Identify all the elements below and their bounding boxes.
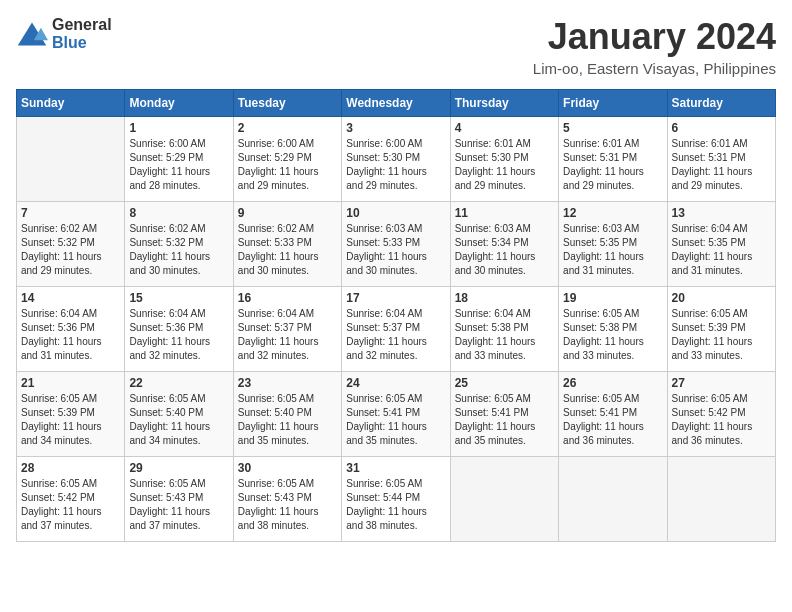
calendar-week-4: 21Sunrise: 6:05 AMSunset: 5:39 PMDayligh… [17,372,776,457]
calendar-cell: 22Sunrise: 6:05 AMSunset: 5:40 PMDayligh… [125,372,233,457]
calendar-header-thursday: Thursday [450,90,558,117]
day-number: 19 [563,291,662,305]
day-number: 6 [672,121,771,135]
day-number: 23 [238,376,337,390]
calendar-cell: 25Sunrise: 6:05 AMSunset: 5:41 PMDayligh… [450,372,558,457]
day-info: Sunrise: 6:01 AMSunset: 5:31 PMDaylight:… [563,137,662,193]
day-number: 30 [238,461,337,475]
calendar-week-3: 14Sunrise: 6:04 AMSunset: 5:36 PMDayligh… [17,287,776,372]
day-number: 22 [129,376,228,390]
day-info: Sunrise: 6:00 AMSunset: 5:30 PMDaylight:… [346,137,445,193]
calendar-cell: 10Sunrise: 6:03 AMSunset: 5:33 PMDayligh… [342,202,450,287]
calendar-week-1: 1Sunrise: 6:00 AMSunset: 5:29 PMDaylight… [17,117,776,202]
calendar-cell: 28Sunrise: 6:05 AMSunset: 5:42 PMDayligh… [17,457,125,542]
day-number: 12 [563,206,662,220]
calendar-cell: 8Sunrise: 6:02 AMSunset: 5:32 PMDaylight… [125,202,233,287]
day-number: 16 [238,291,337,305]
day-info: Sunrise: 6:04 AMSunset: 5:37 PMDaylight:… [238,307,337,363]
calendar-cell: 17Sunrise: 6:04 AMSunset: 5:37 PMDayligh… [342,287,450,372]
day-info: Sunrise: 6:05 AMSunset: 5:41 PMDaylight:… [455,392,554,448]
day-info: Sunrise: 6:05 AMSunset: 5:41 PMDaylight:… [346,392,445,448]
day-number: 5 [563,121,662,135]
calendar-cell: 5Sunrise: 6:01 AMSunset: 5:31 PMDaylight… [559,117,667,202]
calendar-cell [559,457,667,542]
calendar-cell: 4Sunrise: 6:01 AMSunset: 5:30 PMDaylight… [450,117,558,202]
day-info: Sunrise: 6:05 AMSunset: 5:40 PMDaylight:… [238,392,337,448]
day-info: Sunrise: 6:02 AMSunset: 5:32 PMDaylight:… [21,222,120,278]
calendar-week-5: 28Sunrise: 6:05 AMSunset: 5:42 PMDayligh… [17,457,776,542]
day-info: Sunrise: 6:04 AMSunset: 5:36 PMDaylight:… [129,307,228,363]
calendar-cell: 26Sunrise: 6:05 AMSunset: 5:41 PMDayligh… [559,372,667,457]
calendar-cell: 6Sunrise: 6:01 AMSunset: 5:31 PMDaylight… [667,117,775,202]
day-number: 3 [346,121,445,135]
calendar-cell: 15Sunrise: 6:04 AMSunset: 5:36 PMDayligh… [125,287,233,372]
day-info: Sunrise: 6:05 AMSunset: 5:43 PMDaylight:… [238,477,337,533]
day-number: 7 [21,206,120,220]
calendar-cell: 3Sunrise: 6:00 AMSunset: 5:30 PMDaylight… [342,117,450,202]
calendar-cell: 31Sunrise: 6:05 AMSunset: 5:44 PMDayligh… [342,457,450,542]
day-info: Sunrise: 6:03 AMSunset: 5:34 PMDaylight:… [455,222,554,278]
day-info: Sunrise: 6:00 AMSunset: 5:29 PMDaylight:… [238,137,337,193]
logo-icon [16,20,48,48]
calendar-cell: 21Sunrise: 6:05 AMSunset: 5:39 PMDayligh… [17,372,125,457]
calendar-header-wednesday: Wednesday [342,90,450,117]
day-number: 31 [346,461,445,475]
day-number: 17 [346,291,445,305]
day-info: Sunrise: 6:04 AMSunset: 5:37 PMDaylight:… [346,307,445,363]
calendar-cell: 11Sunrise: 6:03 AMSunset: 5:34 PMDayligh… [450,202,558,287]
day-number: 4 [455,121,554,135]
calendar-cell: 9Sunrise: 6:02 AMSunset: 5:33 PMDaylight… [233,202,341,287]
calendar-cell: 2Sunrise: 6:00 AMSunset: 5:29 PMDaylight… [233,117,341,202]
logo-blue: Blue [52,34,87,51]
day-number: 29 [129,461,228,475]
calendar-cell: 24Sunrise: 6:05 AMSunset: 5:41 PMDayligh… [342,372,450,457]
day-info: Sunrise: 6:04 AMSunset: 5:36 PMDaylight:… [21,307,120,363]
calendar-header-saturday: Saturday [667,90,775,117]
calendar-header-friday: Friday [559,90,667,117]
day-info: Sunrise: 6:04 AMSunset: 5:35 PMDaylight:… [672,222,771,278]
calendar-cell: 27Sunrise: 6:05 AMSunset: 5:42 PMDayligh… [667,372,775,457]
day-number: 27 [672,376,771,390]
day-info: Sunrise: 6:03 AMSunset: 5:33 PMDaylight:… [346,222,445,278]
day-number: 25 [455,376,554,390]
location: Lim-oo, Eastern Visayas, Philippines [533,60,776,77]
day-number: 9 [238,206,337,220]
calendar-cell: 13Sunrise: 6:04 AMSunset: 5:35 PMDayligh… [667,202,775,287]
day-number: 28 [21,461,120,475]
day-number: 18 [455,291,554,305]
calendar-table: SundayMondayTuesdayWednesdayThursdayFrid… [16,89,776,542]
logo: General Blue [16,16,112,52]
day-number: 24 [346,376,445,390]
logo-general: General [52,16,112,33]
day-info: Sunrise: 6:05 AMSunset: 5:43 PMDaylight:… [129,477,228,533]
day-number: 1 [129,121,228,135]
page-header: General Blue January 2024 Lim-oo, Easter… [16,16,776,77]
day-number: 15 [129,291,228,305]
day-number: 21 [21,376,120,390]
calendar-cell: 20Sunrise: 6:05 AMSunset: 5:39 PMDayligh… [667,287,775,372]
day-info: Sunrise: 6:02 AMSunset: 5:33 PMDaylight:… [238,222,337,278]
calendar-week-2: 7Sunrise: 6:02 AMSunset: 5:32 PMDaylight… [17,202,776,287]
month-title: January 2024 [533,16,776,58]
day-info: Sunrise: 6:00 AMSunset: 5:29 PMDaylight:… [129,137,228,193]
calendar-cell: 19Sunrise: 6:05 AMSunset: 5:38 PMDayligh… [559,287,667,372]
calendar-cell [17,117,125,202]
day-number: 13 [672,206,771,220]
day-info: Sunrise: 6:05 AMSunset: 5:39 PMDaylight:… [21,392,120,448]
day-number: 11 [455,206,554,220]
day-info: Sunrise: 6:03 AMSunset: 5:35 PMDaylight:… [563,222,662,278]
day-info: Sunrise: 6:05 AMSunset: 5:42 PMDaylight:… [21,477,120,533]
calendar-cell [450,457,558,542]
calendar-header-monday: Monday [125,90,233,117]
calendar-header-sunday: Sunday [17,90,125,117]
day-number: 20 [672,291,771,305]
calendar-cell: 16Sunrise: 6:04 AMSunset: 5:37 PMDayligh… [233,287,341,372]
calendar-cell: 30Sunrise: 6:05 AMSunset: 5:43 PMDayligh… [233,457,341,542]
day-info: Sunrise: 6:05 AMSunset: 5:44 PMDaylight:… [346,477,445,533]
day-info: Sunrise: 6:05 AMSunset: 5:39 PMDaylight:… [672,307,771,363]
calendar-header-row: SundayMondayTuesdayWednesdayThursdayFrid… [17,90,776,117]
calendar-body: 1Sunrise: 6:00 AMSunset: 5:29 PMDaylight… [17,117,776,542]
day-info: Sunrise: 6:05 AMSunset: 5:41 PMDaylight:… [563,392,662,448]
calendar-cell [667,457,775,542]
calendar-cell: 12Sunrise: 6:03 AMSunset: 5:35 PMDayligh… [559,202,667,287]
